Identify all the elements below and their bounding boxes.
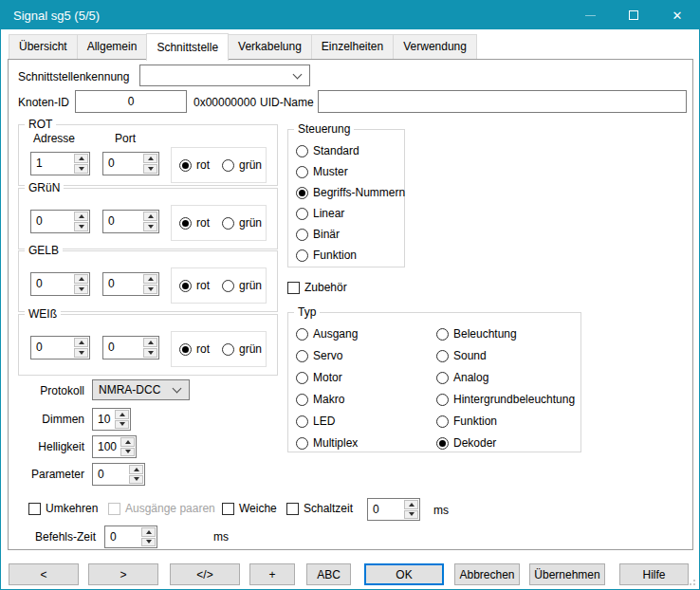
steuerung-radio-muster[interactable]: Muster [296, 165, 348, 178]
dimmen-spinner[interactable]: 10 [92, 408, 131, 431]
radio-label: Analog [453, 371, 488, 384]
spin-up-icon[interactable] [404, 500, 418, 509]
spin-down-icon[interactable] [143, 285, 157, 294]
close-button[interactable]: ✕ [655, 1, 699, 29]
minimize-button[interactable] [568, 1, 612, 29]
tab-einzelheiten[interactable]: Einzelheiten [311, 34, 394, 59]
resize-grip[interactable] [693, 583, 695, 585]
gelb-radio-rot[interactable]: rot [179, 279, 210, 292]
spin-up-icon[interactable] [74, 154, 88, 163]
gelb-radio-gruen[interactable]: grün [222, 279, 262, 292]
maximize-button[interactable] [612, 1, 655, 29]
weiss-radio-gruen[interactable]: grün [222, 342, 262, 356]
gelb-port-spinner[interactable]: 0 [102, 272, 159, 296]
gruen-radio-gruen[interactable]: grün [222, 216, 262, 230]
weiche-checkbox[interactable]: Weiche [222, 502, 277, 515]
weiss-port-spinner[interactable]: 0 [102, 336, 159, 360]
rot-radio-gruen[interactable]: grün [222, 158, 262, 172]
spin-down-icon[interactable] [404, 510, 418, 520]
rot-adresse-spinner[interactable]: 1 [30, 152, 90, 175]
spin-up-icon[interactable] [141, 527, 156, 537]
spin-up-icon[interactable] [120, 437, 135, 447]
typ-radio-ausgang[interactable]: Ausgang [296, 327, 358, 341]
spin-up-icon[interactable] [115, 410, 129, 419]
spin-up-icon[interactable] [74, 212, 88, 221]
radio-label: Hintergrundbeleuchtung [453, 393, 575, 406]
befehls-zeit-spinner[interactable]: 0 [104, 525, 157, 548]
tab-allgemein[interactable]: Allgemein [77, 34, 148, 59]
weiss-radio-rot[interactable]: rot [179, 342, 210, 356]
cancel-button[interactable]: Abbrechen [454, 563, 520, 585]
schnittstellenkennung-combobox[interactable] [139, 65, 310, 86]
radio-label: Dekoder [453, 436, 496, 450]
spin-down-icon[interactable] [74, 285, 88, 294]
schaltzeit-spinner[interactable]: 0 [367, 498, 420, 521]
uid-name-input[interactable] [318, 90, 687, 113]
typ-radio-beleuchtung[interactable]: Beleuchtung [436, 327, 517, 341]
weiss-adresse-spinner[interactable]: 0 [30, 336, 90, 360]
spin-down-icon[interactable] [74, 222, 88, 231]
knoten-id-input[interactable] [75, 90, 187, 113]
abc-button[interactable]: ABC [306, 563, 351, 585]
spin-down-icon[interactable] [120, 448, 135, 457]
ok-button[interactable]: OK [364, 563, 444, 585]
typ-radio-funktion[interactable]: Funktion [436, 415, 497, 428]
code-button[interactable]: </> [170, 563, 240, 585]
radio-label: grün [239, 342, 262, 356]
typ-radio-hintergrundbeleuchtung[interactable]: Hintergrundbeleuchtung [436, 393, 575, 406]
radio-icon [222, 343, 234, 356]
gelb-adresse-spinner[interactable]: 0 [30, 272, 90, 296]
schaltzeit-checkbox[interactable]: Schaltzeit [286, 502, 353, 515]
spin-up-icon[interactable] [129, 465, 143, 474]
parameter-spinner[interactable]: 0 [92, 463, 145, 486]
typ-radio-analog[interactable]: Analog [436, 371, 488, 384]
spin-down-icon[interactable] [141, 538, 156, 547]
spin-up-icon[interactable] [143, 274, 157, 284]
prev-button[interactable]: < [9, 563, 79, 585]
rot-port-spinner[interactable]: 0 [102, 152, 159, 175]
typ-radio-sound[interactable]: Sound [436, 349, 487, 362]
gruen-port-spinner[interactable]: 0 [102, 210, 159, 233]
steuerung-radio-begriffs-nummern[interactable]: Begriffs-Nummern [296, 186, 405, 199]
spin-up-icon[interactable] [74, 338, 88, 347]
rot-radio-rot[interactable]: rot [179, 158, 210, 172]
umkehren-checkbox[interactable]: Umkehren [28, 502, 98, 515]
spin-down-icon[interactable] [74, 164, 88, 174]
next-button[interactable]: > [88, 563, 158, 585]
spin-up-icon[interactable] [143, 154, 157, 163]
steuerung-radio-funktion[interactable]: Funktion [296, 249, 357, 262]
zubehoer-checkbox[interactable]: Zubehör [287, 281, 347, 294]
steuerung-radio-linear[interactable]: Linear [296, 207, 344, 220]
gruen-adresse-spinner[interactable]: 0 [30, 210, 90, 233]
typ-radio-multiplex[interactable]: Multiplex [296, 436, 358, 450]
help-button[interactable]: Hilfe [619, 563, 689, 585]
tab-verkabelung[interactable]: Verkabelung [228, 34, 312, 59]
plus-button[interactable]: + [249, 563, 295, 585]
spin-up-icon[interactable] [143, 338, 157, 347]
typ-radio-dekoder[interactable]: Dekoder [436, 436, 496, 450]
spin-down-icon[interactable] [115, 420, 129, 430]
apply-button[interactable]: Übernehmen [529, 563, 605, 585]
uid-name-label: UID-Name [260, 96, 314, 109]
spin-down-icon[interactable] [143, 348, 157, 358]
typ-radio-servo[interactable]: Servo [296, 349, 342, 362]
tab-verwendung[interactable]: Verwendung [393, 34, 477, 59]
steuerung-radio-binaer[interactable]: Binär [296, 228, 340, 241]
spin-up-icon[interactable] [74, 274, 88, 284]
spin-down-icon[interactable] [129, 475, 143, 485]
helligkeit-spinner[interactable]: 100 [92, 435, 137, 458]
spin-up-icon[interactable] [143, 212, 157, 221]
tab-schnittstelle[interactable]: Schnittstelle [146, 33, 229, 61]
typ-radio-motor[interactable]: Motor [296, 371, 342, 384]
spin-down-icon[interactable] [143, 222, 157, 231]
gelb-radio-frame: rot grün [171, 267, 267, 304]
spin-down-icon[interactable] [143, 164, 157, 174]
protokoll-combobox[interactable]: NMRA-DCC [92, 379, 190, 400]
steuerung-radio-standard[interactable]: Standard [296, 144, 359, 157]
typ-radio-led[interactable]: LED [296, 415, 335, 428]
rot-port-value: 0 [103, 153, 142, 175]
typ-radio-makro[interactable]: Makro [296, 393, 344, 406]
gruen-radio-rot[interactable]: rot [179, 216, 210, 230]
tab-uebersicht[interactable]: Übersicht [9, 34, 78, 59]
spin-down-icon[interactable] [74, 348, 88, 358]
